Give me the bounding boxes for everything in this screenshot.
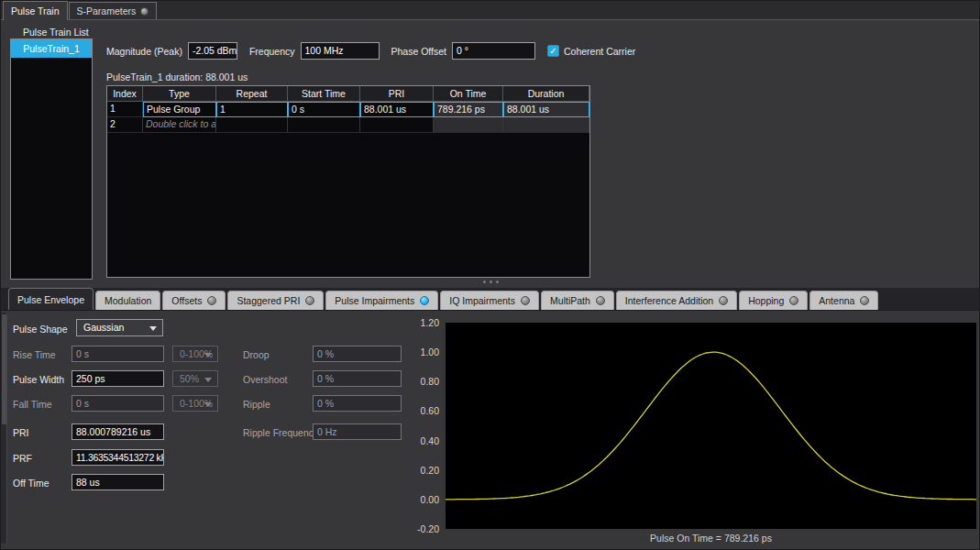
tab-label: S-Parameters xyxy=(77,6,137,16)
prf-label: PRF xyxy=(13,453,32,464)
tab-iq-impairments[interactable]: IQ Impairments xyxy=(440,291,539,310)
phase-offset-input[interactable]: 0 ° xyxy=(452,42,535,60)
table-row-cell-repeat[interactable]: 1 xyxy=(216,102,288,117)
column-header-type[interactable]: Type xyxy=(143,86,216,102)
carrier-settings-form: Magnitude (Peak) -2.05 dBm Frequency 100… xyxy=(106,41,647,60)
pulse-width-unit-value: 50% xyxy=(180,373,199,384)
tab-label: Modulation xyxy=(105,295,151,306)
fall-time-input[interactable]: 0 s xyxy=(72,395,164,412)
table-row-cell-start-time[interactable]: 0 s xyxy=(288,102,360,117)
tab-antenna[interactable]: Antenna xyxy=(809,291,878,310)
pulse-on-time-caption: Pulse On Time = 789.216 ps xyxy=(446,533,976,544)
tab-modulation[interactable]: Modulation xyxy=(95,291,160,310)
fall-time-unit-dropdown[interactable]: 0-100% xyxy=(172,395,218,412)
status-dot-icon xyxy=(719,296,728,305)
tab-label: Antenna xyxy=(819,295,854,306)
status-dot-icon xyxy=(140,7,149,16)
ripple-frequency-label: Ripple Frequency xyxy=(243,427,318,438)
tab-label: Offsets xyxy=(171,295,202,306)
droop-label: Droop xyxy=(243,349,270,360)
status-dot-icon xyxy=(860,296,869,305)
tab-label: MultiPath xyxy=(550,295,590,306)
off-time-label: Off Time xyxy=(13,478,49,489)
envelope-plot xyxy=(446,323,976,529)
tab-pulse-train[interactable]: Pulse Train xyxy=(3,1,68,20)
gaussian-curve xyxy=(446,323,976,529)
pulse-shape-dropdown[interactable]: Gaussian xyxy=(76,319,163,336)
off-time-input[interactable]: 88 us xyxy=(72,474,164,490)
overshoot-input[interactable]: 0 % xyxy=(313,370,402,387)
column-header-index[interactable]: Index xyxy=(107,86,143,102)
table-row-cell-start-time[interactable] xyxy=(288,117,360,133)
tab-pulse-impairments[interactable]: Pulse Impairments xyxy=(325,291,438,310)
chevron-down-icon xyxy=(204,402,212,407)
column-header-start-time[interactable]: Start Time xyxy=(288,86,360,102)
pulse-segments-table: Index Type Repeat Start Time PRI On Time… xyxy=(106,85,590,278)
table-row-cell-type[interactable]: Pulse Group xyxy=(143,102,216,117)
list-item-pulsetrain1[interactable]: PulseTrain_1 xyxy=(11,39,92,58)
column-header-repeat[interactable]: Repeat xyxy=(216,86,288,102)
rise-time-input[interactable]: 0 s xyxy=(72,346,164,362)
table-row-cell-pri[interactable]: 88.001 us xyxy=(360,102,434,117)
tab-hopping[interactable]: Hopping xyxy=(739,291,808,310)
top-tab-bar: Pulse Train S-Parameters xyxy=(1,1,980,20)
fall-time-label: Fall Time xyxy=(13,399,52,410)
status-dot-blue-icon xyxy=(420,296,429,305)
chevron-down-icon xyxy=(204,378,212,382)
pulse-train-app-window: Pulse Train S-Parameters Pulse Train Lis… xyxy=(0,0,980,550)
tab-label: Staggered PRI xyxy=(237,295,300,306)
tab-label: Pulse Envelope xyxy=(17,294,84,305)
magnitude-input[interactable]: -2.05 dBm xyxy=(188,42,237,60)
pri-label: PRI xyxy=(13,427,29,438)
table-row-cell-index[interactable]: 2 xyxy=(107,117,143,133)
tab-label: Pulse Train xyxy=(11,6,60,16)
table-row-cell-on-time[interactable] xyxy=(434,117,503,133)
column-header-pri[interactable]: PRI xyxy=(360,86,434,102)
tab-staggered-pri[interactable]: Staggered PRI xyxy=(227,291,324,310)
status-dot-icon xyxy=(207,296,216,305)
tab-label: IQ Impairments xyxy=(449,295,515,306)
vertical-scrollbar[interactable] xyxy=(1,313,7,544)
table-row-cell-on-time[interactable]: 789.216 ps xyxy=(434,102,503,117)
column-header-duration[interactable]: Duration xyxy=(503,86,589,102)
pulse-shape-value: Gaussian xyxy=(83,322,124,333)
pulse-width-input[interactable]: 250 ps xyxy=(72,370,164,387)
status-dot-icon xyxy=(596,296,605,305)
pulse-width-unit-dropdown[interactable]: 50% xyxy=(172,370,218,387)
table-row-add-placeholder[interactable]: Double click to add xyxy=(143,117,216,133)
pri-input[interactable]: 88.000789216 us xyxy=(72,424,164,440)
status-dot-icon xyxy=(305,296,314,305)
ripple-label: Ripple xyxy=(243,399,270,410)
prf-input[interactable]: 11.3635344513272 kHz xyxy=(72,449,164,466)
rise-time-unit-dropdown[interactable]: 0-100% xyxy=(172,346,218,362)
droop-input[interactable]: 0 % xyxy=(313,346,402,362)
status-dot-icon xyxy=(789,296,798,305)
chevron-down-icon xyxy=(149,326,157,331)
tab-interference-addition[interactable]: Interference Addition xyxy=(616,291,737,310)
tab-offsets[interactable]: Offsets xyxy=(162,291,226,310)
table-row-cell-duration[interactable]: 88.001 us xyxy=(503,102,589,117)
tab-label: Interference Addition xyxy=(625,295,713,306)
table-row-cell-index[interactable]: 1 xyxy=(107,102,143,117)
status-dot-icon xyxy=(521,296,530,305)
tab-pulse-envelope[interactable]: Pulse Envelope xyxy=(8,288,94,310)
overshoot-label: Overshoot xyxy=(243,374,287,385)
column-header-on-time[interactable]: On Time xyxy=(434,86,503,102)
frequency-label: Frequency xyxy=(249,46,295,57)
tab-s-parameters[interactable]: S-Parameters xyxy=(69,2,158,19)
table-row-cell-pri[interactable] xyxy=(360,117,434,133)
splitter-handle[interactable] xyxy=(1,278,980,285)
coherent-carrier-checkbox[interactable]: ✓ xyxy=(547,45,559,57)
pulse-train-list-title: Pulse Train List xyxy=(23,27,89,38)
ripple-input[interactable]: 0 % xyxy=(313,395,402,412)
bottom-tab-bar: Pulse Envelope Modulation Offsets Stagge… xyxy=(1,288,980,311)
ripple-frequency-input[interactable]: 0 Hz xyxy=(313,424,402,440)
table-row-cell-duration[interactable] xyxy=(503,117,589,133)
tab-label: Hopping xyxy=(748,295,784,306)
table-row-cell-repeat[interactable] xyxy=(216,117,288,133)
phase-offset-label: Phase Offset xyxy=(391,46,447,57)
frequency-input[interactable]: 100 MHz xyxy=(301,42,380,60)
pulse-train-duration-text: PulseTrain_1 duration: 88.001 us xyxy=(106,72,248,82)
tab-multipath[interactable]: MultiPath xyxy=(541,291,614,310)
chevron-down-icon xyxy=(204,353,212,358)
